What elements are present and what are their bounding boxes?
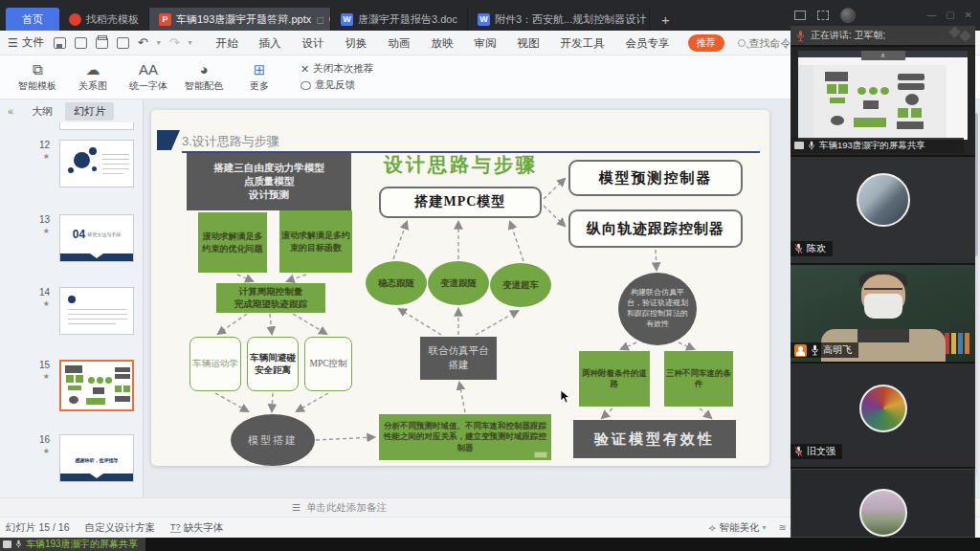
slide-node-build-mpc[interactable]: 搭建MPC模型 [379,187,542,218]
collapse-panel-icon[interactable]: « [8,105,13,117]
redo-icon[interactable]: ↷ [169,35,180,50]
undo-caret[interactable]: ▾ [157,38,161,47]
share-status-chip[interactable]: 车辆193唐灏宇的屏幕共享 [0,538,145,551]
save-icon[interactable] [54,37,66,49]
participant-jiuwenqiang[interactable]: 旧文强 [791,364,975,467]
recommend-controls: ✕ 关闭本次推荐 意见反馈 [301,62,373,92]
tab-doc-attachment[interactable]: W 附件3：西安航...规划控制器设计 [468,8,650,31]
thumb-slide-16[interactable]: 感谢聆听，批评指导 [59,434,134,482]
thumb-slide-14[interactable] [59,287,134,335]
thumb-slide-11-partial[interactable] [59,122,134,130]
docer-icon [69,13,81,26]
mouse-cursor [560,390,572,408]
tab-doc-report[interactable]: W 唐灏宇开题报告3.doc [331,8,468,31]
participant-gaomingfei[interactable]: 高明飞 [791,265,975,362]
promo-badge[interactable]: 推荐 [688,34,724,52]
export-icon[interactable] [75,37,87,49]
slide-node-lane-change-overtake[interactable]: 变道超车 [490,263,551,307]
unify-font-button[interactable]: AA 统一字体 [121,62,176,93]
slide-node-mpc-controller[interactable]: 模型预测控制器 [568,160,743,196]
maximize-icon[interactable]: ▢ [946,10,954,20]
new-tab-button[interactable]: + [650,8,681,31]
tab-docer-templates[interactable]: 找稻壳模板 [59,8,149,31]
avatar-unnamed [859,489,907,537]
animation-star-icon: ★ [29,227,50,235]
slide-node-cycle-control[interactable]: 计算周期控制量 完成期望轨迹跟踪 [216,283,325,313]
slide-node-longitudinal-controller[interactable]: 纵向轨迹跟踪控制器 [568,209,743,248]
slide-node-vehicle-kinematics[interactable]: 车辆运动学 [189,337,241,391]
meeting-logo-watermark [950,28,969,40]
slide-number: 14 [29,287,50,298]
slide-node-model-build[interactable]: 模型搭建 [231,414,315,466]
ribbon-tab-devtools[interactable]: 开发工具 [550,31,615,55]
label: 更多 [250,79,269,93]
word-icon: W [341,13,353,26]
ribbon-tab-review[interactable]: 审阅 [464,31,507,55]
ribbon-tab-start[interactable]: 开始 [206,31,249,55]
slide-node-steady-follow[interactable]: 稳态跟随 [366,261,427,305]
animation-star-icon: ★ [29,372,50,381]
label: 关闭本次推荐 [313,62,373,76]
slide-node-lane-change-follow[interactable]: 变道跟随 [428,261,489,305]
ribbon-tab-transition[interactable]: 切换 [335,31,378,55]
smart-color-button[interactable]: ◕ 智能配色 [176,62,232,93]
participant-name: 旧文强 [807,445,835,458]
slide-node-analysis[interactable]: 分析不同预测时域值、不同车速和控制器跟踪性能之间的对应关系，建立变预测时域跟踪控… [379,414,551,460]
slide-number: 13 [29,214,50,225]
slide-node-two-adhesion[interactable]: 两种附着条件的道路 [579,351,650,407]
file-menu[interactable]: 文件 [22,35,44,50]
undo-icon[interactable]: ↶ [138,35,148,50]
hamburger-icon[interactable]: ☰ [8,36,18,50]
analysis-tag-chip [534,452,547,458]
tab-home[interactable]: 首页 [6,8,59,31]
slide-node-verify-model[interactable]: 验证模型有效性 [573,420,736,458]
collapse-share-button[interactable]: ∧ [861,51,905,60]
slide-node-mpc-control[interactable]: MPC控制 [304,337,352,391]
close-icon[interactable]: ✕ [965,10,972,20]
ribbon-tab-insert[interactable]: 插入 [249,31,292,55]
thumb-slide-12[interactable] [59,140,134,187]
print-icon[interactable] [96,37,108,49]
slide-canvas[interactable]: 3.设计思路与步骤 [151,110,769,466]
ribbon-tabs: 开始 插入 设计 切换 动画 放映 审阅 视图 开发工具 会员专享 [206,31,680,55]
ribbon-tab-animation[interactable]: 动画 [378,31,421,55]
palette-icon: ◕ [199,62,208,77]
ribbon-tab-slideshow[interactable]: 放映 [421,31,464,55]
more-button[interactable]: ⊞ 更多 [232,62,287,93]
smart-template-button[interactable]: ⧉ 智能模板 [10,62,65,93]
missing-font-warning[interactable]: T? 缺失字体 [170,521,224,535]
slide-node-three-speed[interactable]: 三种不同车速的条件 [664,351,733,407]
restore-icon[interactable] [794,11,806,20]
minimize-icon[interactable]: — [926,10,936,20]
preview-icon[interactable] [117,37,129,49]
slide-node-rolling-opt[interactable]: 滚动求解满足多约束的优化问题 [198,212,267,273]
ribbon-tab-design[interactable]: 设计 [292,31,335,55]
redo-caret[interactable]: ▾ [189,38,192,47]
slide-node-build-model[interactable]: 搭建三自由度动力学模型 点质量模型 设计预测 [187,153,351,210]
tab-outline[interactable]: 大纲 [23,102,61,121]
notes-placeholder[interactable]: 单击此处添加备注 [306,501,387,515]
slide-node-collision-distance[interactable]: 车辆间避碰 安全距离 [247,337,299,391]
thumb-slide-15-selected[interactable] [59,360,134,411]
beautify-button[interactable]: ✧ 智能美化 ▾ [708,521,767,535]
slide-node-co-sim-verify[interactable]: 构建联合仿真平台，验证轨迹规划和跟踪控制算法的有效性 [618,273,697,345]
relation-diagram-button[interactable]: ☁ 关系图 [65,62,121,93]
ribbon-tab-view[interactable]: 视图 [507,31,550,55]
participant-chenhuan[interactable]: 陈欢 [791,157,975,263]
participant-unnamed[interactable] [791,469,975,538]
tab-slides[interactable]: 幻灯片 [65,102,114,121]
close-recommend-button[interactable]: ✕ 关闭本次推荐 [301,62,373,76]
tab-presentation-active[interactable]: P 车辆193唐灏宇开题答辩.pptx ◻ [149,8,331,31]
muted-mic-icon [794,446,803,457]
layout-icon[interactable] [817,11,829,20]
account-avatar[interactable] [840,8,856,23]
screen-share-preview[interactable]: ∧ 车辆193唐灏宇的屏幕共享 [791,47,975,155]
slide-center-title[interactable]: 设计思路与步骤 [384,152,538,178]
feedback-button[interactable]: 意见反馈 [301,78,373,92]
thumb-slide-13[interactable]: 04 研究方法与手段 [59,214,134,262]
ribbon-tab-member[interactable]: 会员专享 [615,31,680,55]
slide-node-co-sim-platform[interactable]: 联合仿真平台 搭建 [420,337,497,380]
label: 智能模板 [18,79,56,93]
slide-node-rolling-obj[interactable]: 滚动求解满足多约束的目标函数 [279,210,352,273]
design-scheme[interactable]: 自定义设计方案 [85,521,156,535]
